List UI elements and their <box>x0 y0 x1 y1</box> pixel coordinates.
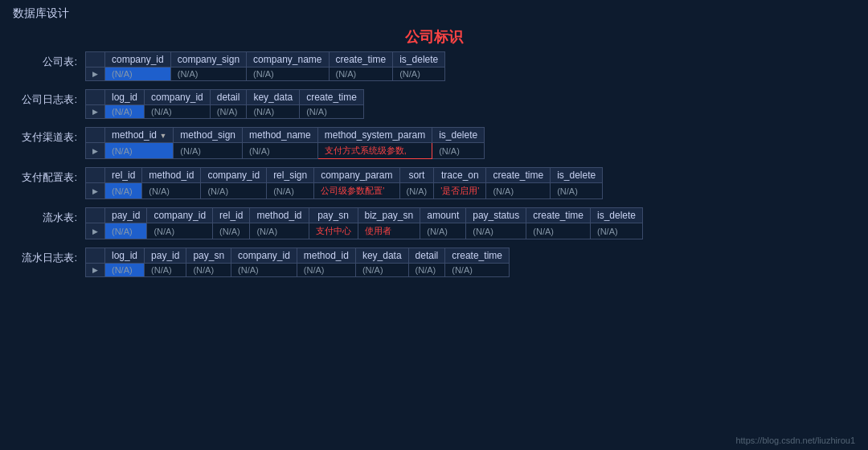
col-header-0-3: create_time <box>329 52 393 68</box>
col-header-3-8: is_delete <box>551 168 603 183</box>
table-section-1: 公司日志表:log_idcompany_iddetailkey_datacrea… <box>13 89 855 119</box>
table-label-0: 公司表: <box>13 51 85 69</box>
cell-0-3: (N/A) <box>329 68 393 81</box>
col-header-2-3: method_system_param <box>317 128 432 143</box>
col-header-5-3: company_id <box>231 248 297 264</box>
table-section-0: 公司表:company_idcompany_signcompany_namecr… <box>13 51 855 81</box>
table-section-3: 支付配置表:rel_idmethod_idcompany_idrel_signc… <box>13 167 855 199</box>
col-header-5-1: pay_id <box>145 248 186 264</box>
cell-3-0: (N/A) <box>105 183 142 199</box>
cell-3-1: (N/A) <box>142 183 201 199</box>
col-header-4-3: method_id <box>250 208 309 223</box>
cell-5-4: (N/A) <box>297 264 355 277</box>
col-header-0-4: is_delete <box>393 52 445 68</box>
col-header-2-4: is_delete <box>432 128 485 143</box>
cell-1-4: (N/A) <box>300 105 364 119</box>
table-section-2: 支付渠道表:method_id ▼method_signmethod_namem… <box>13 127 855 159</box>
col-header-5-4: method_id <box>297 248 355 264</box>
col-header-4-8: create_time <box>526 208 591 223</box>
cell-3-2: (N/A) <box>201 183 267 199</box>
cell-4-5: 使用者 <box>358 223 420 239</box>
cell-2-3: 支付方式系统级参数, <box>317 143 432 159</box>
cell-5-3: (N/A) <box>231 264 297 277</box>
table-label-2: 支付渠道表: <box>13 127 85 145</box>
cell-5-5: (N/A) <box>355 264 408 277</box>
cell-4-3: (N/A) <box>250 223 309 239</box>
col-header-3-0: rel_id <box>105 168 142 183</box>
col-header-1-3: key_data <box>247 90 300 105</box>
cell-0-0: (N/A) <box>105 68 171 81</box>
cell-1-0: (N/A) <box>105 105 145 119</box>
cell-0-1: (N/A) <box>170 68 246 81</box>
cell-4-1: (N/A) <box>147 223 213 239</box>
col-header-3-2: company_id <box>201 168 267 183</box>
cell-5-7: (N/A) <box>445 264 510 277</box>
cell-2-2: (N/A) <box>243 143 318 159</box>
cell-4-7: (N/A) <box>466 223 526 239</box>
col-header-5-0: log_id <box>105 248 145 264</box>
col-header-5-2: pay_sn <box>186 248 231 264</box>
col-header-1-4: create_time <box>300 90 364 105</box>
table-section-4: 流水表:pay_idcompany_idrel_idmethod_idpay_s… <box>13 207 855 239</box>
page-title: 数据库设计 <box>0 0 868 27</box>
cell-3-3: (N/A) <box>267 183 314 199</box>
col-header-4-9: is_delete <box>591 208 643 223</box>
cell-2-4: (N/A) <box>432 143 485 159</box>
cell-4-2: (N/A) <box>213 223 250 239</box>
cell-5-6: (N/A) <box>408 264 445 277</box>
col-header-3-5: sort <box>399 168 434 183</box>
cell-3-4: 公司级参数配置' <box>314 183 399 199</box>
col-header-1-0: log_id <box>105 90 145 105</box>
cell-2-1: (N/A) <box>174 143 243 159</box>
cell-4-4: 支付中心 <box>309 223 358 239</box>
col-header-3-1: method_id <box>142 168 201 183</box>
col-header-1-2: detail <box>210 90 247 105</box>
col-header-3-7: create_time <box>486 168 551 183</box>
cell-0-4: (N/A) <box>393 68 445 81</box>
cell-4-8: (N/A) <box>526 223 591 239</box>
col-header-4-7: pay_status <box>466 208 526 223</box>
cell-5-1: (N/A) <box>145 264 186 277</box>
col-header-0-2: company_name <box>247 52 329 68</box>
col-header-4-2: rel_id <box>213 208 250 223</box>
cell-4-0: (N/A) <box>105 223 147 239</box>
col-header-5-6: detail <box>408 248 445 264</box>
col-header-4-5: biz_pay_sn <box>358 208 420 223</box>
cell-3-5: (N/A) <box>399 183 434 199</box>
table-section-5: 流水日志表:log_idpay_idpay_sncompany_idmethod… <box>13 248 855 277</box>
cell-1-2: (N/A) <box>210 105 247 119</box>
col-header-2-1: method_sign <box>174 128 243 143</box>
cell-4-6: (N/A) <box>420 223 466 239</box>
cell-3-8: (N/A) <box>551 183 603 199</box>
cell-3-6: '是否启用' <box>434 183 486 199</box>
table-label-4: 流水表: <box>13 207 85 225</box>
col-header-4-0: pay_id <box>105 208 147 223</box>
col-header-2-0: method_id ▼ <box>105 128 174 143</box>
col-header-5-7: create_time <box>445 248 510 264</box>
col-header-3-6: trace_on <box>434 168 486 183</box>
col-header-5-5: key_data <box>355 248 408 264</box>
cell-0-2: (N/A) <box>247 68 329 81</box>
col-header-1-1: company_id <box>145 90 211 105</box>
col-header-4-6: amount <box>420 208 466 223</box>
col-header-4-1: company_id <box>147 208 213 223</box>
cell-2-0: (N/A) <box>105 143 174 159</box>
col-header-2-2: method_name <box>243 128 318 143</box>
col-header-0-0: company_id <box>105 52 171 68</box>
footer-url: https://blog.csdn.net/liuzhirou1 <box>735 436 855 445</box>
cell-1-3: (N/A) <box>247 105 300 119</box>
cell-1-1: (N/A) <box>145 105 211 119</box>
table-label-3: 支付配置表: <box>13 167 85 185</box>
col-header-4-4: pay_sn <box>309 208 358 223</box>
center-label: 公司标识 <box>13 27 855 47</box>
table-label-1: 公司日志表: <box>13 89 85 107</box>
cell-5-2: (N/A) <box>186 264 231 277</box>
cell-3-7: (N/A) <box>486 183 551 199</box>
table-label-5: 流水日志表: <box>13 248 85 265</box>
cell-5-0: (N/A) <box>105 264 145 277</box>
col-header-0-1: company_sign <box>170 52 246 68</box>
cell-4-9: (N/A) <box>591 223 643 239</box>
col-header-3-3: rel_sign <box>267 168 314 183</box>
col-header-3-4: company_param <box>314 168 399 183</box>
